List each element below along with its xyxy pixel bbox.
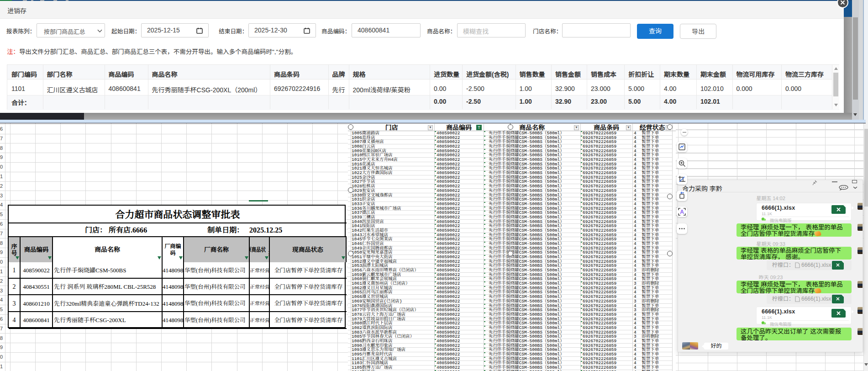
- svg-text:A: A: [680, 209, 684, 215]
